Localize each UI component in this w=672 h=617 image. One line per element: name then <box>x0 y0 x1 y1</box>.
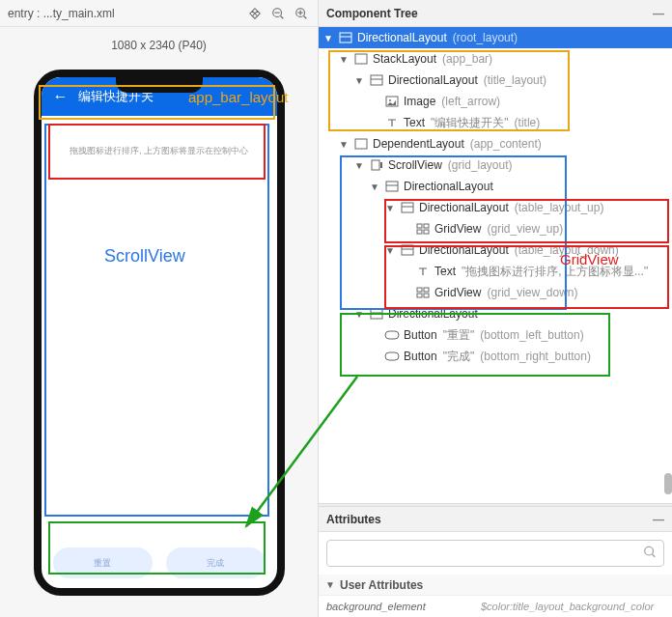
tree-node-stack[interactable]: ▼ StackLayout(app_bar) <box>319 48 672 70</box>
tree-node-dir-title[interactable]: ▼ DirectionalLayout(title_layout) <box>319 70 672 91</box>
search-icon[interactable] <box>643 546 657 562</box>
svg-rect-24 <box>424 230 429 234</box>
svg-rect-25 <box>402 245 413 255</box>
svg-rect-19 <box>402 203 413 212</box>
entry-path: entry : ...ty_main.xml <box>8 7 246 20</box>
grid-icon <box>415 222 431 236</box>
entry-toolbar: entry : ...ty_main.xml <box>0 0 318 27</box>
svg-rect-21 <box>417 224 422 228</box>
tree-node-grid-up[interactable]: GridView(grid_view_up) <box>319 218 672 239</box>
svg-rect-22 <box>424 224 429 228</box>
tree-node-dir-btn[interactable]: ▼ DirectionalLayout <box>319 303 672 324</box>
tree-node-scroll[interactable]: ▼ ScrollView(grid_layout) <box>319 154 672 176</box>
scroll-icon <box>369 158 384 172</box>
svg-rect-34 <box>385 352 399 360</box>
layout-icon <box>384 180 400 193</box>
svg-rect-33 <box>385 331 399 339</box>
svg-rect-23 <box>417 230 422 234</box>
tree-node-dep[interactable]: ▼ DependentLayout(app_content) <box>319 133 672 154</box>
done-button[interactable]: 完成 <box>166 547 266 578</box>
tree-node-btn-left[interactable]: Button"重置"(bottom_left_button) <box>319 324 672 346</box>
svg-line-2 <box>281 15 284 18</box>
tree-scrollbar[interactable] <box>664 473 672 494</box>
bug-icon[interactable] <box>246 5 264 22</box>
layout-icon <box>369 73 384 87</box>
device-preview: ← 编辑快捷开关 拖拽图标进行排序, 上方图标将显示在控制中心 重置 完成 <box>0 60 318 605</box>
button-icon <box>384 350 400 363</box>
svg-rect-29 <box>417 294 422 297</box>
component-tree-header[interactable]: Component Tree — <box>319 0 672 27</box>
reset-button[interactable]: 重置 <box>53 547 153 578</box>
svg-rect-9 <box>355 54 367 64</box>
device-size-label: 1080 x 2340 (P40) <box>0 27 318 60</box>
layout-icon <box>338 31 353 44</box>
layout-icon <box>400 201 415 214</box>
attributes-header[interactable]: Attributes — <box>319 507 672 532</box>
bottom-buttons: 重置 完成 <box>53 547 266 578</box>
layout-icon <box>400 243 415 257</box>
button-icon <box>384 328 400 342</box>
back-arrow-icon[interactable]: ← <box>53 88 69 105</box>
zoom-in-icon[interactable] <box>293 5 310 22</box>
hint-text: 拖拽图标进行排序, 上方图标将显示在控制中心 <box>51 133 267 169</box>
attributes-search <box>319 532 672 575</box>
attr-name: background_element <box>326 601 481 612</box>
svg-rect-17 <box>386 182 398 191</box>
svg-line-36 <box>653 554 656 557</box>
user-attributes-header[interactable]: ▼ User Attributes <box>319 575 672 596</box>
svg-rect-28 <box>424 288 429 292</box>
svg-line-6 <box>304 15 307 18</box>
attributes-search-input[interactable] <box>326 540 664 567</box>
grid-icon <box>415 286 431 299</box>
tree-node-dir-inner[interactable]: ▼ DirectionalLayout <box>319 176 672 197</box>
svg-point-13 <box>389 99 391 101</box>
layout-icon <box>369 307 384 321</box>
scroll-area: 拖拽图标进行排序, 上方图标将显示在控制中心 <box>51 133 267 530</box>
component-tree-title: Component Tree <box>326 7 418 20</box>
layout-icon <box>353 137 369 151</box>
collapse-icon[interactable]: — <box>653 7 664 20</box>
tree-node-text-down[interactable]: Text"拖拽图标进行排序, 上方图标将显..." <box>319 261 672 282</box>
zoom-out-icon[interactable] <box>269 5 287 22</box>
tree-node-dir-down[interactable]: ▼ DirectionalLayout(table_layout_down) <box>319 239 672 261</box>
text-icon <box>384 116 400 129</box>
image-icon <box>384 95 400 108</box>
collapse-icon[interactable]: — <box>653 513 664 526</box>
tree-node-text-title[interactable]: Text"编辑快捷开关"(title) <box>319 112 672 133</box>
svg-rect-30 <box>424 294 429 297</box>
component-tree[interactable]: ▼ DirectionalLayout(root_layout) ▼ Stack… <box>319 27 672 503</box>
tree-node-image[interactable]: Image(left_arrow) <box>319 91 672 112</box>
tree-node-btn-right[interactable]: Button"完成"(bottom_right_button) <box>319 346 672 367</box>
tree-node-dir-up[interactable]: ▼ DirectionalLayout(table_layout_up) <box>319 197 672 218</box>
svg-point-35 <box>645 547 654 555</box>
attr-value: $color:title_layout_background_color <box>481 601 654 612</box>
svg-rect-10 <box>371 75 382 85</box>
svg-rect-14 <box>355 139 367 149</box>
attribute-row[interactable]: background_element $color:title_layout_b… <box>319 596 672 617</box>
tree-node-grid-down[interactable]: GridView(grid_view_down) <box>319 282 672 303</box>
tree-node-root[interactable]: ▼ DirectionalLayout(root_layout) <box>319 27 672 48</box>
svg-rect-7 <box>340 33 351 42</box>
svg-rect-27 <box>417 288 422 292</box>
svg-rect-15 <box>372 160 379 170</box>
svg-rect-31 <box>371 309 382 319</box>
text-icon <box>415 265 431 278</box>
layout-icon <box>353 52 369 66</box>
